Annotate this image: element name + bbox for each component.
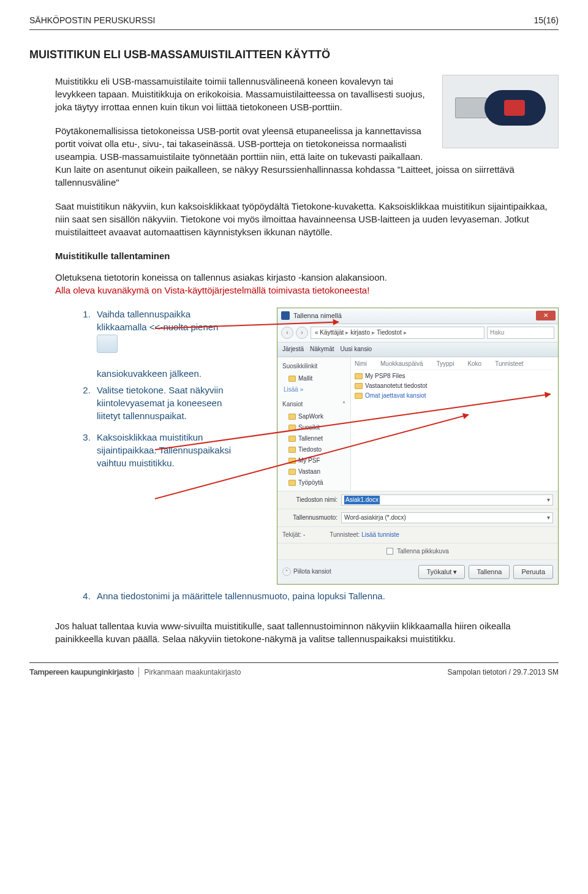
side-head-fav: Suosikkilinkit	[277, 360, 350, 373]
usb-stick-photo	[442, 75, 559, 148]
thumb-checkbox[interactable]	[386, 548, 393, 555]
page-footer: Tampereen kaupunginkirjasto Pirkanmaan m…	[29, 667, 559, 678]
folder-icon	[355, 383, 363, 389]
breadcrumb[interactable]: « Käyttäjät▸ kirjasto▸ Tiedostot▸	[311, 327, 484, 339]
list-item[interactable]: Vastaanotetut tiedostot	[355, 381, 554, 391]
filename-field[interactable]: Asiak1.docx	[341, 494, 553, 506]
chevron-up-icon: ˄	[282, 567, 291, 576]
footer-logo-1: Tampereen kaupunginkirjasto	[29, 667, 134, 678]
list-item[interactable]: My PSP8 Files	[355, 371, 554, 381]
col-tags[interactable]: Tunnisteet	[495, 360, 523, 368]
crumb-2[interactable]: Tiedostot	[377, 328, 402, 337]
cancel-button[interactable]: Peruuta	[513, 565, 553, 579]
col-name[interactable]: Nimi	[355, 360, 367, 368]
col-type[interactable]: Tyyppi	[436, 360, 454, 368]
toolbar-new-folder[interactable]: Uusi kansio	[340, 345, 372, 354]
subheading-save: Muistitikulle tallentaminen	[55, 249, 559, 262]
step-4-text: Anna tiedostonimi ja määrittele tallennu…	[97, 591, 385, 601]
folder-icon	[288, 447, 296, 453]
filename-value: Asiak1.docx	[344, 496, 380, 504]
list-columns: Nimi Muokkauspäivä Tyyppi Koko Tunnistee…	[355, 360, 554, 370]
toolbar-views[interactable]: Näkymät	[310, 345, 334, 354]
folder-icon	[288, 376, 296, 382]
intro-paragraph-3: Saat muistitikun näkyviin, kun kaksoiskl…	[55, 200, 559, 238]
tools-button[interactable]: Työkalut	[418, 565, 465, 579]
filetype-label: Tallennusmuoto:	[282, 513, 337, 522]
side-item-templates[interactable]: Mallit	[277, 373, 350, 384]
folder-thumbnail-icon	[97, 335, 118, 353]
filetype-row: Tallennusmuoto: Word-asiakirja (*.docx)	[277, 509, 558, 526]
word-icon	[281, 311, 290, 320]
usb-emblem-icon	[504, 100, 525, 116]
default-save-paragraph: Oletuksena tietotorin koneissa on tallen…	[55, 271, 559, 284]
list-item[interactable]: Omat jaettavat kansiot	[355, 391, 554, 401]
footer-right: Sampolan tietotori / 29.7.2013 SM	[448, 667, 559, 678]
folder-icon	[288, 480, 296, 486]
rule-top	[29, 29, 559, 30]
doc-header-left: SÄHKÖPOSTIN PERUSKURSSI	[29, 15, 155, 27]
doc-header-right: 15(16)	[534, 15, 559, 27]
footer-logo-2: Pirkanmaan maakuntakirjasto	[144, 667, 241, 678]
filetype-value: Word-asiakirja (*.docx)	[344, 513, 406, 522]
side-item-6[interactable]: Työpöytä	[277, 477, 350, 488]
step-3-text: Kaksoisklikkaa muistitikun sijaintipaikk…	[97, 431, 232, 469]
side-head-folders: Kansiot ˄	[277, 398, 350, 411]
rule-bottom	[29, 662, 559, 663]
dialog-toolbar: Järjestä Näkymät Uusi kansio	[277, 343, 558, 357]
nav-back-icon[interactable]: ‹	[281, 327, 293, 339]
save-button[interactable]: Tallenna	[469, 565, 510, 579]
thumb-row: Tallenna pikkukuva	[277, 543, 558, 559]
meta-row: Tekijät: - Tunnisteet: Lisää tunniste	[277, 526, 558, 543]
save-as-dialog: Tallenna nimellä ✕ ‹ › « Käyttäjät▸ kirj…	[277, 308, 559, 585]
filename-row: Tiedoston nimi: Asiak1.docx	[277, 491, 558, 509]
dialog-bottom: ˄ Piilota kansiot Työkalut Tallenna Peru…	[277, 559, 558, 584]
side-item-0[interactable]: SapWork	[277, 411, 350, 422]
folder-icon	[288, 436, 296, 442]
vista-note: Alla oleva kuvanäkymä on Vista-käyttöjär…	[55, 284, 559, 297]
dialog-file-list: Nimi Muokkauspäivä Tyyppi Koko Tunnistee…	[351, 357, 558, 491]
folder-icon	[288, 469, 296, 475]
meta-tags-label: Tunnisteet:	[330, 531, 360, 538]
thumb-label: Tallenna pikkukuva	[397, 547, 449, 556]
meta-tags-link[interactable]: Lisää tunniste	[361, 531, 399, 538]
close-icon[interactable]: ✕	[536, 311, 556, 320]
toolbar-organize[interactable]: Järjestä	[282, 345, 304, 354]
folder-icon	[355, 373, 363, 379]
step-1-text-b: kansiokuvakkeen jälkeen.	[97, 368, 202, 379]
hide-folders-button[interactable]: ˄ Piilota kansiot	[282, 567, 331, 576]
filetype-field[interactable]: Word-asiakirja (*.docx)	[341, 512, 553, 523]
footer-sep	[138, 667, 139, 677]
crumb-0[interactable]: « Käyttäjät	[315, 328, 344, 337]
nav-fwd-icon[interactable]: ›	[296, 327, 308, 339]
side-more-link[interactable]: Lisää »	[277, 384, 350, 395]
side-item-2[interactable]: Tallennet	[277, 433, 350, 444]
search-input[interactable]: Haku	[487, 327, 554, 339]
meta-authors: Tekijät: -	[282, 531, 305, 539]
folder-icon	[355, 393, 363, 399]
dialog-nav: ‹ › « Käyttäjät▸ kirjasto▸ Tiedostot▸ Ha…	[277, 324, 558, 343]
page-title: MUISTITIKUN ELI USB-MASSAMUISTILAITTEEN …	[29, 47, 559, 63]
step-2-text: Valitse tietokone. Saat näkyviin kiintol…	[97, 384, 232, 422]
filename-label: Tiedoston nimi:	[282, 496, 337, 504]
col-size[interactable]: Koko	[467, 360, 481, 368]
side-item-5[interactable]: Vastaan	[277, 466, 350, 477]
search-placeholder: Haku	[490, 328, 504, 337]
crumb-1[interactable]: kirjasto	[350, 328, 370, 337]
closing-paragraph: Jos haluat tallentaa kuvia www-sivuilta …	[55, 619, 559, 645]
col-date[interactable]: Muokkauspäivä	[380, 360, 423, 368]
folder-icon	[288, 414, 296, 420]
